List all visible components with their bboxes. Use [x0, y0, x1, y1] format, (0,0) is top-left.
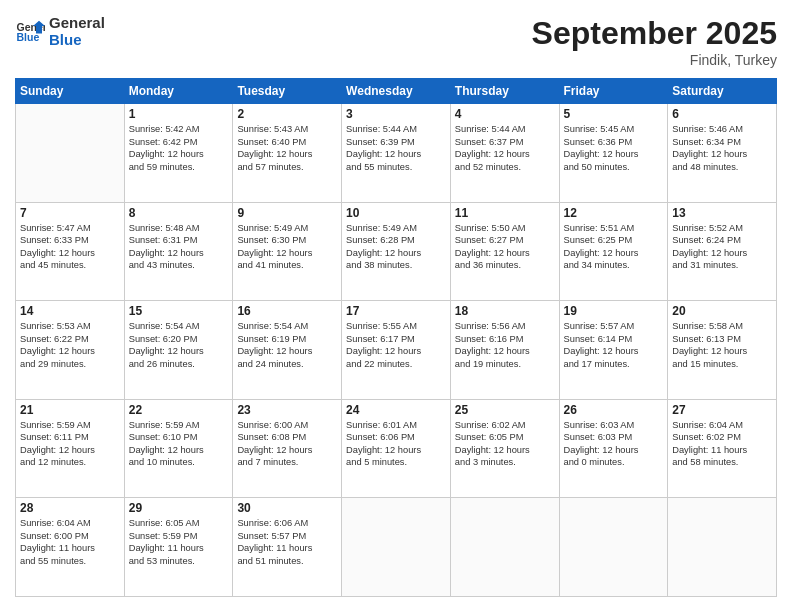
cell-line: Daylight: 12 hours [564, 148, 664, 161]
calendar-cell: 23Sunrise: 6:00 AMSunset: 6:08 PMDayligh… [233, 399, 342, 498]
cell-line: and 41 minutes. [237, 259, 337, 272]
cell-line: Sunrise: 6:01 AM [346, 419, 446, 432]
cell-line: and 7 minutes. [237, 456, 337, 469]
day-number: 27 [672, 403, 772, 417]
cell-line: Sunrise: 5:59 AM [20, 419, 120, 432]
cell-line: and 52 minutes. [455, 161, 555, 174]
calendar-cell: 6Sunrise: 5:46 AMSunset: 6:34 PMDaylight… [668, 104, 777, 203]
cell-line: and 50 minutes. [564, 161, 664, 174]
cell-line: and 15 minutes. [672, 358, 772, 371]
day-number: 29 [129, 501, 229, 515]
cell-line: Sunrise: 5:49 AM [346, 222, 446, 235]
cell-line: Sunset: 6:00 PM [20, 530, 120, 543]
cell-line: Daylight: 12 hours [672, 148, 772, 161]
cell-line: and 26 minutes. [129, 358, 229, 371]
cell-line: Sunset: 5:59 PM [129, 530, 229, 543]
calendar-cell: 21Sunrise: 5:59 AMSunset: 6:11 PMDayligh… [16, 399, 125, 498]
cell-line: Sunrise: 5:52 AM [672, 222, 772, 235]
calendar-cell [342, 498, 451, 597]
svg-text:Blue: Blue [17, 31, 40, 43]
calendar-cell: 7Sunrise: 5:47 AMSunset: 6:33 PMDaylight… [16, 202, 125, 301]
week-row-4: 28Sunrise: 6:04 AMSunset: 6:00 PMDayligh… [16, 498, 777, 597]
calendar-cell: 18Sunrise: 5:56 AMSunset: 6:16 PMDayligh… [450, 301, 559, 400]
cell-line: Daylight: 11 hours [237, 542, 337, 555]
cell-line: Sunrise: 5:47 AM [20, 222, 120, 235]
month-title: September 2025 [532, 15, 777, 52]
cell-data: Sunrise: 6:01 AMSunset: 6:06 PMDaylight:… [346, 419, 446, 469]
col-header-sunday: Sunday [16, 79, 125, 104]
logo-icon: General Blue [15, 17, 45, 47]
day-number: 26 [564, 403, 664, 417]
calendar-cell: 1Sunrise: 5:42 AMSunset: 6:42 PMDaylight… [124, 104, 233, 203]
calendar-body: 1Sunrise: 5:42 AMSunset: 6:42 PMDaylight… [16, 104, 777, 597]
day-number: 19 [564, 304, 664, 318]
cell-line: Sunrise: 5:46 AM [672, 123, 772, 136]
calendar-cell: 30Sunrise: 6:06 AMSunset: 5:57 PMDayligh… [233, 498, 342, 597]
cell-data: Sunrise: 5:59 AMSunset: 6:11 PMDaylight:… [20, 419, 120, 469]
cell-line: Sunset: 6:33 PM [20, 234, 120, 247]
day-number: 20 [672, 304, 772, 318]
cell-line: and 34 minutes. [564, 259, 664, 272]
cell-line: Daylight: 11 hours [20, 542, 120, 555]
cell-line: Sunrise: 5:48 AM [129, 222, 229, 235]
day-number: 16 [237, 304, 337, 318]
day-number: 30 [237, 501, 337, 515]
cell-line: Sunrise: 5:45 AM [564, 123, 664, 136]
cell-data: Sunrise: 5:43 AMSunset: 6:40 PMDaylight:… [237, 123, 337, 173]
day-number: 4 [455, 107, 555, 121]
day-number: 10 [346, 206, 446, 220]
cell-line: Sunrise: 5:43 AM [237, 123, 337, 136]
cell-line: Sunset: 6:08 PM [237, 431, 337, 444]
cell-data: Sunrise: 6:00 AMSunset: 6:08 PMDaylight:… [237, 419, 337, 469]
day-number: 12 [564, 206, 664, 220]
cell-line: Sunrise: 6:04 AM [20, 517, 120, 530]
cell-line: and 29 minutes. [20, 358, 120, 371]
cell-line: Daylight: 11 hours [672, 444, 772, 457]
cell-line: Sunset: 6:40 PM [237, 136, 337, 149]
day-number: 14 [20, 304, 120, 318]
page: General Blue General Blue September 2025… [0, 0, 792, 612]
cell-line: Sunrise: 5:59 AM [129, 419, 229, 432]
cell-line: Sunset: 6:22 PM [20, 333, 120, 346]
cell-line: Sunset: 6:37 PM [455, 136, 555, 149]
calendar-cell: 20Sunrise: 5:58 AMSunset: 6:13 PMDayligh… [668, 301, 777, 400]
calendar-cell: 3Sunrise: 5:44 AMSunset: 6:39 PMDaylight… [342, 104, 451, 203]
cell-line: Sunrise: 5:58 AM [672, 320, 772, 333]
cell-data: Sunrise: 6:06 AMSunset: 5:57 PMDaylight:… [237, 517, 337, 567]
cell-line: Sunset: 6:19 PM [237, 333, 337, 346]
cell-line: Sunrise: 5:44 AM [455, 123, 555, 136]
cell-line: Sunset: 6:02 PM [672, 431, 772, 444]
header: General Blue General Blue September 2025… [15, 15, 777, 68]
cell-data: Sunrise: 6:05 AMSunset: 5:59 PMDaylight:… [129, 517, 229, 567]
cell-line: Daylight: 12 hours [129, 148, 229, 161]
logo: General Blue General Blue [15, 15, 105, 48]
cell-data: Sunrise: 5:44 AMSunset: 6:37 PMDaylight:… [455, 123, 555, 173]
cell-line: Daylight: 12 hours [564, 444, 664, 457]
cell-line: Daylight: 12 hours [129, 247, 229, 260]
day-number: 11 [455, 206, 555, 220]
cell-line: Sunset: 6:17 PM [346, 333, 446, 346]
logo-blue: Blue [49, 32, 105, 49]
location: Findik, Turkey [532, 52, 777, 68]
cell-line: Sunrise: 6:00 AM [237, 419, 337, 432]
cell-line: Sunset: 6:31 PM [129, 234, 229, 247]
cell-line: and 36 minutes. [455, 259, 555, 272]
cell-data: Sunrise: 6:04 AMSunset: 6:02 PMDaylight:… [672, 419, 772, 469]
cell-line: Sunrise: 5:44 AM [346, 123, 446, 136]
calendar-cell: 8Sunrise: 5:48 AMSunset: 6:31 PMDaylight… [124, 202, 233, 301]
cell-data: Sunrise: 5:51 AMSunset: 6:25 PMDaylight:… [564, 222, 664, 272]
cell-data: Sunrise: 5:49 AMSunset: 6:30 PMDaylight:… [237, 222, 337, 272]
title-block: September 2025 Findik, Turkey [532, 15, 777, 68]
cell-data: Sunrise: 5:53 AMSunset: 6:22 PMDaylight:… [20, 320, 120, 370]
day-number: 7 [20, 206, 120, 220]
calendar-cell: 15Sunrise: 5:54 AMSunset: 6:20 PMDayligh… [124, 301, 233, 400]
calendar-cell [16, 104, 125, 203]
calendar-cell: 16Sunrise: 5:54 AMSunset: 6:19 PMDayligh… [233, 301, 342, 400]
cell-line: Sunset: 6:27 PM [455, 234, 555, 247]
cell-line: and 55 minutes. [346, 161, 446, 174]
cell-line: Sunset: 6:34 PM [672, 136, 772, 149]
calendar-cell: 24Sunrise: 6:01 AMSunset: 6:06 PMDayligh… [342, 399, 451, 498]
day-number: 25 [455, 403, 555, 417]
cell-data: Sunrise: 6:04 AMSunset: 6:00 PMDaylight:… [20, 517, 120, 567]
cell-line: Daylight: 12 hours [564, 345, 664, 358]
